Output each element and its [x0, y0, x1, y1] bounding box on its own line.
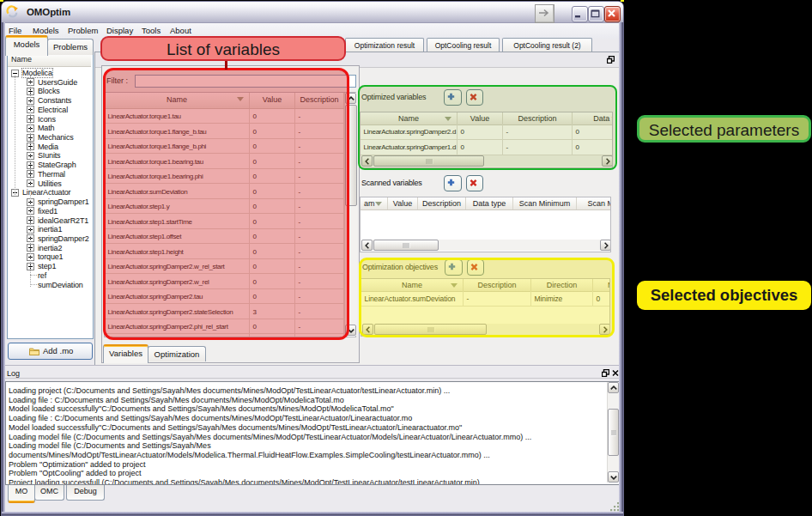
column-header[interactable]: Value	[458, 112, 503, 124]
tree-item-torque1[interactable]: torque1	[8, 252, 91, 262]
tree-item-Modelica[interactable]: Modelica	[8, 69, 91, 78]
scroll-down-button[interactable]	[608, 471, 619, 483]
column-header[interactable]: Scan Maximum	[577, 197, 611, 209]
panel-tab-variables[interactable]: Variables	[103, 344, 148, 363]
variable-row[interactable]: LinearActuator.springDamper2.phi_rel_sta…	[105, 319, 355, 335]
menu-item-tools[interactable]: Tools	[142, 26, 161, 35]
scroll-right-button[interactable]	[599, 324, 610, 335]
tree-item-UsersGuide[interactable]: UsersGuide	[8, 77, 91, 87]
close-button[interactable]	[604, 6, 621, 22]
left-tab-models[interactable]: Models	[5, 35, 48, 56]
optimized-variables-add-button[interactable]	[444, 89, 462, 106]
scanned-variables-remove-button[interactable]	[466, 175, 483, 191]
column-header[interactable]: Name	[361, 112, 458, 124]
scroll-thumb[interactable]	[373, 240, 439, 251]
restore-icon[interactable]	[607, 56, 615, 64]
variable-row[interactable]: LinearActuator.springDamper2.stateSelect…	[105, 304, 355, 319]
tree-item-Blocks[interactable]: Blocks	[8, 87, 91, 96]
column-header[interactable]: Data type	[466, 197, 513, 209]
tree-item-sumDeviation[interactable]: sumDeviation	[8, 280, 91, 289]
left-tab-problems[interactable]: Problems	[47, 39, 94, 55]
variable-row[interactable]: LinearActuator.torque1.bearing.phi0-	[105, 169, 355, 185]
tree-item-Utilities[interactable]: Utilities	[8, 179, 91, 188]
scroll-left-button[interactable]	[361, 240, 373, 251]
tree-item-inertia1[interactable]: inertia1	[8, 225, 91, 234]
scroll-thumb[interactable]	[373, 155, 484, 167]
column-header-name[interactable]: Name	[105, 93, 250, 108]
variable-row[interactable]: LinearActuator.springDamper2.tau0-	[105, 289, 355, 305]
variable-row[interactable]: LinearActuator.springDamper2.phi_rel0-	[105, 334, 355, 337]
optimized-variables-row[interactable]: LinearActuator.springDamper1.d0-0	[361, 140, 612, 155]
add-mo-button[interactable]: Add .mo	[8, 343, 93, 360]
tree-item-inertia2[interactable]: inertia2	[8, 243, 91, 252]
tree-item-Mechanics[interactable]: Mechanics	[8, 133, 91, 143]
optimization-objectives-add-button[interactable]	[445, 259, 463, 276]
scroll-thumb[interactable]	[345, 105, 357, 206]
optimized-variables-remove-button[interactable]	[466, 89, 483, 106]
tree-item-springDamper2[interactable]: springDamper2	[8, 234, 91, 243]
scroll-thumb[interactable]	[608, 409, 619, 456]
variable-row[interactable]: LinearActuator.springDamper2.w_rel0-	[105, 274, 355, 289]
column-header[interactable]: Name	[361, 279, 464, 291]
variable-row[interactable]: LinearActuator.torque1.flange_b.phi0-	[105, 139, 355, 155]
menu-item-about[interactable]: About	[170, 26, 191, 35]
resize-grip[interactable]	[610, 502, 620, 512]
scroll-up-button[interactable]	[608, 382, 619, 393]
variable-row[interactable]: LinearActuator.sumDeviation0-	[105, 184, 355, 199]
column-header[interactable]: Scan Minimum	[513, 197, 577, 209]
variable-row[interactable]: LinearActuator.springDamper2.w_rel_start…	[105, 259, 355, 275]
forward-arrow-button[interactable]	[535, 4, 554, 23]
variable-row[interactable]: LinearActuator.torque1.tau0-	[105, 109, 355, 124]
tree-item-Constants[interactable]: Constants	[8, 96, 91, 106]
log-scrollbar[interactable]	[607, 382, 619, 483]
variable-row[interactable]: LinearActuator.step1.y0-	[105, 199, 355, 215]
column-header[interactable]: am	[361, 197, 388, 209]
scanned-variables-add-button[interactable]	[444, 175, 462, 191]
column-header[interactable]: Description	[503, 112, 573, 124]
scroll-right-button[interactable]	[602, 155, 613, 167]
column-header[interactable]: Value	[388, 197, 418, 209]
scanned-variables-hscrollbar[interactable]	[361, 240, 611, 251]
filter-input[interactable]	[135, 75, 356, 88]
tree-item-fixed1[interactable]: fixed1	[8, 206, 91, 216]
column-header[interactable]: N	[593, 279, 610, 291]
column-header[interactable]: Direction	[531, 279, 593, 291]
tree-item-Icons[interactable]: Icons	[8, 114, 91, 124]
column-header-value[interactable]: Value	[250, 93, 295, 108]
tree-item-Media[interactable]: Media	[8, 142, 91, 151]
variable-row[interactable]: LinearActuator.step1.offset0-	[105, 229, 355, 245]
tree-item-Thermal[interactable]: Thermal	[8, 169, 91, 179]
column-header[interactable]: Description	[464, 279, 531, 291]
variable-row[interactable]: LinearActuator.torque1.bearing.tau0-	[105, 154, 355, 169]
optimization-objectives-hscrollbar[interactable]	[362, 324, 610, 335]
column-header-description[interactable]: Description	[295, 93, 344, 108]
tree-item-SIunits[interactable]: SIunits	[8, 151, 91, 161]
scroll-left-button[interactable]	[361, 155, 373, 167]
tree-item-springDamper1[interactable]: springDamper1	[8, 197, 91, 207]
tree-item-idealGearR2T1[interactable]: idealGearR2T1	[8, 216, 91, 225]
tree-item-step1[interactable]: step1	[8, 262, 91, 271]
scroll-thumb[interactable]	[374, 324, 487, 335]
optimized-variables-hscrollbar[interactable]	[361, 155, 613, 167]
dock-float-icon[interactable]	[602, 369, 609, 377]
log-tab-mo[interactable]: MO	[8, 485, 35, 503]
optimization-objectives-remove-button[interactable]	[467, 259, 484, 276]
tree-item-ref[interactable]: ref	[8, 270, 91, 280]
menu-item-file[interactable]: File	[9, 26, 21, 35]
panel-tab-optimization[interactable]: Optimization	[148, 346, 206, 361]
menu-item-models[interactable]: Models	[33, 26, 59, 35]
variable-row[interactable]: LinearActuator.step1.startTime0-	[105, 214, 355, 229]
column-header[interactable]: Description	[418, 197, 466, 209]
variables-scrollbar[interactable]	[344, 93, 357, 336]
log-view[interactable]: Loading project (C:/Documents and Settin…	[5, 381, 621, 485]
variable-row[interactable]: LinearActuator.torque1.flange_b.tau0-	[105, 124, 355, 139]
tree-item-Electrical[interactable]: Electrical	[8, 105, 91, 114]
log-tab-omc[interactable]: OMC	[34, 485, 64, 501]
column-header[interactable]: Data type	[573, 112, 613, 124]
log-tab-debug[interactable]: Debug	[66, 485, 105, 501]
scroll-right-button[interactable]	[600, 240, 611, 251]
minimize-button[interactable]	[572, 6, 588, 22]
tree-item-LinearActuator[interactable]: LinearActuator	[8, 188, 91, 197]
scroll-up-button[interactable]	[345, 93, 356, 104]
optimized-variables-row[interactable]: LinearActuator.springDamper2.d0-0	[361, 124, 612, 140]
